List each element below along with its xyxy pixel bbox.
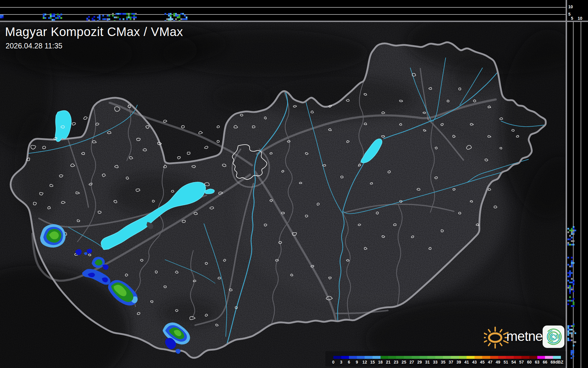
colorbar-segment — [498, 356, 506, 359]
map-layers — [0, 0, 588, 368]
colorbar-tick-label: 23 — [394, 360, 398, 364]
colorbar-tick-label: 9 — [356, 360, 358, 364]
colorbar-segment — [443, 356, 451, 359]
colorbar-segment — [412, 356, 420, 359]
colorbar-segment — [451, 356, 459, 359]
colorbar-tick-label: 60 — [527, 360, 532, 364]
colorbar-tick-label: 12 — [363, 360, 367, 364]
colorbar-tick-label: 0 — [332, 360, 335, 364]
colorbar-segment — [420, 356, 428, 359]
colorbar-segment — [506, 356, 514, 359]
colorbar-segment — [514, 356, 522, 359]
colorbar-tick-label: 45 — [480, 360, 485, 364]
colorbar-segment — [521, 356, 529, 359]
colorbar-tick-label: 49 — [496, 360, 500, 364]
colorbar-segment — [435, 356, 443, 359]
colorbar-tick-label: 41 — [464, 360, 469, 364]
colorbar-segment — [537, 356, 545, 359]
colorbar-tick-label: 25 — [402, 360, 406, 364]
colorbar-tick-label: 66 — [543, 360, 547, 364]
reflectivity-colorbar: dBZ 036912151821232527293133353739414345… — [325, 351, 566, 367]
colorbar-segment — [396, 356, 404, 359]
metnet-logo: metnet — [484, 324, 566, 351]
radar-map-canvas — [0, 0, 588, 368]
colorbar-tick-label: 51 — [503, 360, 508, 364]
metnet-wordmark: metnet — [506, 328, 546, 344]
colorbar-segment — [427, 356, 435, 359]
colorbar-segment — [482, 356, 490, 359]
colorbar-segment — [529, 356, 537, 359]
colorbar-tick-label: 18 — [378, 360, 383, 364]
vertical-separator — [566, 0, 567, 368]
colorbar-tick-label: 57 — [519, 360, 524, 364]
colorbar-segment — [365, 356, 373, 359]
colorbar-tick-label: 3 — [340, 360, 342, 364]
top-profile-strip — [0, 0, 566, 22]
colorbar-tick-label: 47 — [488, 360, 493, 364]
colorbar-unit-label: dBZ — [555, 360, 563, 364]
top-profile-axis-label-10km: 10 — [568, 4, 573, 9]
colorbar-tick-label: 29 — [417, 360, 422, 364]
colorbar-segment — [373, 356, 381, 359]
colorbar-segment — [553, 356, 561, 359]
colorbar-segment — [357, 356, 365, 359]
metnet-spiral-app-icon — [542, 325, 565, 349]
colorbar-tick-label: 35 — [441, 360, 446, 364]
timestamp: 2026.04.28 11:35 — [6, 42, 62, 50]
colorbar-segment — [459, 356, 467, 359]
right-profile-axis-label-10km: 10 — [578, 16, 582, 21]
colorbar-tick-label: 69 — [551, 360, 555, 364]
colorbar-segment — [388, 356, 396, 359]
colorbar-tick-label: 15 — [370, 360, 375, 364]
colorbar-segment — [545, 356, 553, 359]
right-profile-axis-label-5km: 5 — [571, 16, 573, 21]
right-profile-strip — [567, 22, 588, 368]
colorbar-tick-label: 21 — [386, 360, 391, 364]
sun-icon — [484, 325, 509, 349]
colorbar-tick-label: 27 — [409, 360, 414, 364]
colorbar-segment — [490, 356, 498, 359]
top-profile-axis-label-5km: 5 — [568, 12, 571, 17]
colorbar-tick-label: 54 — [511, 360, 516, 364]
page-title: Magyar Kompozit CMax / VMax — [5, 25, 183, 39]
horizontal-separator — [0, 21, 588, 22]
colorbar-segment — [404, 356, 412, 359]
radar-viewer: Magyar Kompozit CMax / VMax 2026.04.28 1… — [0, 0, 588, 368]
colorbar-segment — [467, 356, 475, 359]
colorbar-tick-label: 6 — [348, 360, 350, 364]
colorbar-tick-label: 33 — [433, 360, 438, 364]
colorbar-tick-label: 63 — [535, 360, 540, 364]
colorbar-tick-label: 39 — [457, 360, 461, 364]
colorbar-tick-label: 37 — [449, 360, 453, 364]
colorbar-tick-label: 31 — [425, 360, 430, 364]
colorbar-segment — [333, 356, 341, 359]
colorbar-segment — [341, 356, 349, 359]
colorbar-segment — [381, 356, 388, 359]
colorbar-segment — [475, 356, 482, 359]
colorbar-tick-label: 43 — [472, 360, 477, 364]
colorbar-segment — [349, 356, 357, 359]
